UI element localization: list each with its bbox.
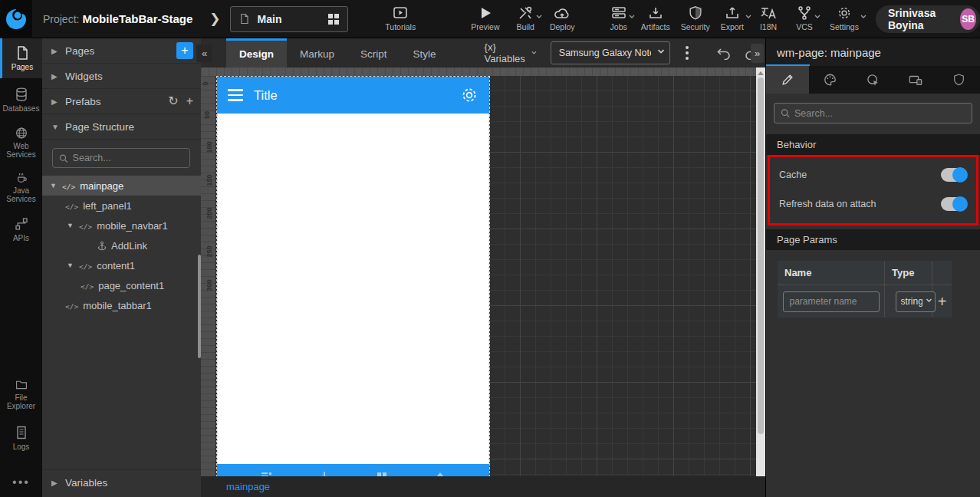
tab-security[interactable] (937, 66, 980, 94)
properties-search-input[interactable] (794, 108, 965, 119)
page-switcher[interactable]: Main (230, 6, 349, 32)
rail-overflow-button[interactable]: ••• (0, 476, 42, 489)
vcs-label: VCS (796, 22, 813, 31)
properties-search-box[interactable] (774, 103, 972, 123)
chevron-down-icon (745, 15, 751, 19)
tab-script[interactable]: Script (347, 38, 400, 67)
tab-style[interactable]: Style (400, 38, 449, 67)
tree-item-content1[interactable]: ▼ content1 (42, 255, 201, 275)
export-button[interactable]: Export (721, 5, 744, 31)
play-icon (478, 5, 493, 21)
tab-devices[interactable] (894, 66, 937, 94)
add-prefab-icon[interactable]: + (186, 95, 193, 107)
user-menu[interactable]: Srinivasa Boyina SB (876, 5, 980, 33)
design-canvas[interactable]: 0 50 100 150 200 250 300 Title (201, 67, 765, 476)
artifacts-download-icon (647, 5, 664, 21)
wavemaker-logo[interactable] (0, 0, 32, 38)
expand-panel-button[interactable]: » (751, 44, 764, 63)
breadcrumb-chevron-icon[interactable]: ❯ (209, 11, 220, 27)
section-variables[interactable]: ▶ Variables (42, 469, 201, 495)
properties-panel: wm-page: mainpage (765, 38, 980, 497)
rail-item-pages[interactable]: Pages (0, 38, 42, 78)
devices-icon (908, 73, 923, 87)
tree-item-left-panel1[interactable]: left_panel1 (42, 196, 201, 216)
tree-item-mobile-navbar1[interactable]: ▼ mobile_navbar1 (42, 216, 201, 235)
collapse-panel-button[interactable]: « (196, 44, 212, 62)
tree-item-page-content1[interactable]: page_content1 (42, 275, 201, 295)
artifacts-button[interactable]: Artifacts (641, 5, 670, 31)
add-parameter-button[interactable]: + (938, 293, 947, 311)
rail-item-logs[interactable]: Logs (0, 416, 42, 459)
tab-design[interactable]: Design (226, 38, 287, 67)
caret-down-icon[interactable]: ▼ (67, 262, 74, 269)
refresh-data-on-attach-label: Refresh data on attach (779, 199, 876, 209)
deploy-button[interactable]: Deploy (550, 5, 575, 31)
chevron-down-icon (860, 15, 867, 19)
deploy-label: Deploy (550, 22, 575, 31)
rail-item-java-services[interactable]: Java Services (0, 165, 42, 209)
tree-item-mainpage[interactable]: ▼ mainpage (42, 176, 201, 196)
settings-button[interactable]: Settings (830, 5, 859, 31)
artifacts-label: Artifacts (641, 22, 670, 31)
parameter-type-select[interactable]: string (896, 291, 936, 312)
section-prefabs[interactable]: ▶ Prefabs ↻ + (42, 89, 201, 114)
variables-dropdown[interactable]: {x} Variables (485, 41, 537, 64)
vcs-button[interactable]: VCS (796, 5, 813, 31)
tab-properties[interactable] (766, 66, 809, 94)
tree-item-mobile-tabbar1[interactable]: mobile_tabbar1 (42, 295, 201, 315)
section-pages[interactable]: ▶ Pages + (42, 38, 201, 64)
rail-item-web-services[interactable]: Web Services (0, 120, 42, 165)
rail-item-apis[interactable]: APIs (0, 209, 42, 249)
hamburger-menu-icon[interactable] (228, 89, 243, 101)
open-page-tab-mainpage[interactable]: mainpage (226, 481, 270, 492)
tab-styles[interactable] (809, 66, 852, 94)
parameter-type-wrapper: string (896, 291, 936, 312)
tree-item-addlink[interactable]: AddLink (42, 235, 201, 255)
device-select[interactable]: Samsung Galaxy Note III (551, 41, 670, 64)
mobile-page-preview[interactable]: Title (217, 77, 489, 476)
canvas-scrollbar[interactable] (756, 67, 765, 476)
search-icon (781, 108, 790, 118)
behavior-section-header[interactable]: Behavior (766, 134, 980, 155)
mobile-tabbar[interactable] (217, 464, 489, 476)
column-header-actions (932, 261, 952, 285)
parameter-name-input[interactable] (783, 291, 880, 312)
page-params-section-header[interactable]: Page Params (766, 229, 980, 250)
jobs-button[interactable]: Jobs (610, 5, 627, 31)
caret-right-icon: ▶ (51, 72, 65, 81)
chevron-down-icon (814, 15, 821, 19)
mobile-navbar[interactable]: Title (217, 77, 489, 114)
toggle-knob (952, 196, 968, 212)
structure-search-input[interactable] (73, 153, 183, 163)
tutorials-button[interactable]: Tutorials (385, 5, 416, 31)
tab-events[interactable] (852, 66, 895, 94)
section-widgets[interactable]: ▶ Widgets (42, 64, 201, 89)
caret-right-icon: ▶ (51, 97, 65, 106)
project-label: Project: (43, 13, 79, 25)
i18n-button[interactable]: I18N (759, 5, 778, 31)
refresh-data-toggle[interactable] (941, 197, 967, 211)
mobile-page-content[interactable] (217, 114, 489, 464)
more-options-kebab-icon[interactable] (681, 43, 693, 63)
navbar-gear-icon[interactable] (460, 86, 478, 104)
section-page-structure-label: Page Structure (65, 121, 193, 133)
preview-button[interactable]: Preview (471, 5, 499, 31)
add-page-button[interactable]: + (176, 42, 193, 59)
refresh-prefabs-icon[interactable]: ↻ (168, 95, 178, 107)
jobs-label: Jobs (610, 22, 627, 31)
section-page-structure[interactable]: ▼ Page Structure (42, 114, 201, 140)
caret-down-icon[interactable]: ▼ (50, 182, 58, 189)
tab-markup[interactable]: Markup (287, 38, 347, 67)
cache-toggle[interactable] (941, 168, 967, 182)
security-button[interactable]: Security (681, 5, 710, 31)
canvas-scrollbar-thumb[interactable] (758, 77, 764, 434)
rail-item-databases[interactable]: Databases (0, 78, 42, 120)
caret-down-icon[interactable]: ▼ (67, 222, 74, 229)
rail-item-file-explorer[interactable]: File Explorer (0, 372, 42, 416)
undo-button[interactable] (710, 44, 738, 63)
scroll-up-icon[interactable] (758, 71, 764, 75)
databases-icon (14, 87, 29, 102)
pages-icon (15, 45, 30, 61)
build-button[interactable]: Build (517, 5, 534, 31)
structure-search-box[interactable] (52, 148, 190, 168)
